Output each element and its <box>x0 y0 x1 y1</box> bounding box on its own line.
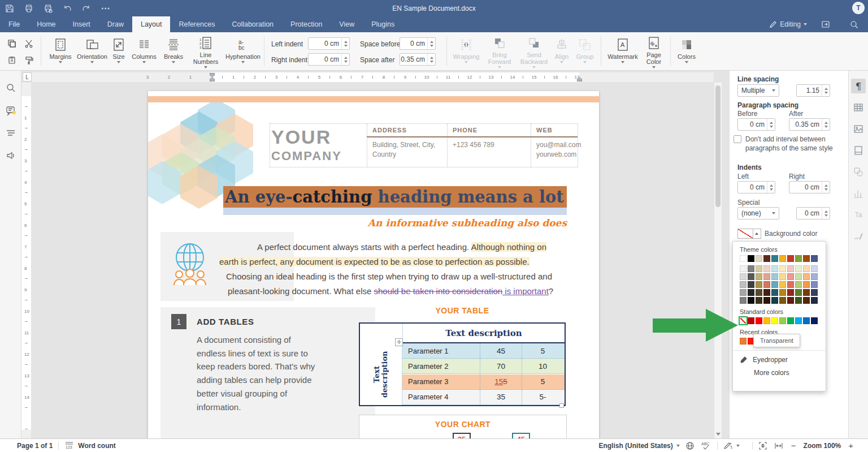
toolbar-button-size[interactable]: Size <box>107 36 130 68</box>
toolbar-button-hyphenation[interactable]: a-bcHyphenation <box>223 36 263 68</box>
toolbar-button-page-color[interactable]: Page Color <box>639 36 669 68</box>
toolbar-button-breaks[interactable]: Breaks <box>159 36 188 68</box>
tint-color-swatch[interactable] <box>811 281 818 288</box>
tint-color-swatch[interactable] <box>763 289 770 296</box>
tint-color-swatch[interactable] <box>787 289 794 296</box>
fit-width-icon[interactable] <box>774 442 783 450</box>
undo-button[interactable] <box>58 0 77 16</box>
paste-button[interactable] <box>5 53 19 67</box>
tab-stop-selector[interactable]: L <box>23 72 32 81</box>
tint-color-swatch[interactable] <box>771 289 778 296</box>
field-space-after[interactable]: 0.35 cm <box>400 53 436 66</box>
tint-color-swatch[interactable] <box>803 273 810 280</box>
zoom-out-button[interactable]: − <box>791 441 796 450</box>
tint-color-swatch[interactable] <box>756 297 762 304</box>
table-row[interactable]: Parameter 27010 <box>402 359 565 374</box>
line-spacing-select[interactable]: Multiple <box>737 84 779 97</box>
scrollbar-thumb[interactable] <box>715 85 721 207</box>
standard-color-swatch-selected[interactable] <box>740 317 747 324</box>
standard-color-swatch[interactable] <box>803 317 810 324</box>
tint-color-swatch[interactable] <box>787 281 794 288</box>
tab-plugins[interactable]: Plugins <box>363 16 403 32</box>
tint-color-swatch[interactable] <box>740 265 747 272</box>
table-move-handle[interactable]: ✛ <box>395 338 403 346</box>
horizontal-ruler[interactable]: 1234567891011121314151617321 <box>32 72 714 82</box>
spacing-after-input[interactable]: 0.35 cm <box>789 118 830 131</box>
standard-color-swatch[interactable] <box>811 317 818 324</box>
table-settings-icon[interactable] <box>851 100 866 115</box>
tint-color-swatch[interactable] <box>811 297 818 304</box>
tint-color-swatch[interactable] <box>779 289 786 296</box>
tint-color-swatch[interactable] <box>771 265 778 272</box>
field-left-indent[interactable]: 0 cm <box>308 37 350 50</box>
tint-color-swatch[interactable] <box>756 281 762 288</box>
background-color-dropdown-button[interactable] <box>753 229 761 239</box>
redo-button[interactable] <box>77 0 96 16</box>
tint-color-swatch[interactable] <box>795 297 802 304</box>
document-canvas[interactable]: YOUR COMPANY ADDRESS PHONE WEB Building,… <box>21 83 729 438</box>
standard-color-swatch[interactable] <box>771 317 778 324</box>
tint-color-swatch[interactable] <box>803 289 810 296</box>
table-row[interactable]: Parameter 1455 <box>402 343 565 359</box>
tab-references[interactable]: References <box>170 16 223 32</box>
tint-color-swatch[interactable] <box>811 265 818 272</box>
same-style-interval-checkbox[interactable] <box>734 135 741 143</box>
tint-color-swatch[interactable] <box>748 281 754 288</box>
theme-color-swatch[interactable] <box>763 255 770 262</box>
set-language-icon[interactable] <box>685 441 695 450</box>
background-color-swatch[interactable] <box>737 229 753 239</box>
tint-color-swatch[interactable] <box>779 273 786 280</box>
theme-color-swatch[interactable] <box>748 255 754 262</box>
tint-color-swatch[interactable] <box>795 273 802 280</box>
tint-color-swatch[interactable] <box>795 289 802 296</box>
tab-collaboration[interactable]: Collaboration <box>223 16 282 32</box>
word-count-label[interactable]: Word count <box>78 442 115 450</box>
tint-color-swatch[interactable] <box>787 273 794 280</box>
tint-color-swatch[interactable] <box>748 289 754 296</box>
track-changes-icon[interactable] <box>723 441 734 450</box>
tint-color-swatch[interactable] <box>811 289 818 296</box>
tint-color-swatch[interactable] <box>763 265 770 272</box>
tint-color-swatch[interactable] <box>795 281 802 288</box>
tint-color-swatch[interactable] <box>779 297 786 304</box>
standard-color-swatch[interactable] <box>756 317 762 324</box>
recent-color-swatch[interactable] <box>740 338 747 345</box>
spacing-before-input[interactable]: 0 cm <box>737 118 775 131</box>
spinner-arrows[interactable] <box>427 38 435 49</box>
tint-color-swatch[interactable] <box>771 273 778 280</box>
indent-left-input[interactable]: 0 cm <box>737 181 775 193</box>
paragraph-settings-icon[interactable]: ¶ <box>851 79 866 93</box>
tab-layout[interactable]: Layout <box>132 16 171 32</box>
toolbar-button-watermark[interactable]: AWatermark <box>606 36 639 68</box>
shape-settings-icon[interactable] <box>851 165 866 179</box>
tint-color-swatch[interactable] <box>771 297 778 304</box>
toolbar-button-send-backward[interactable]: Send Backward <box>517 36 551 68</box>
cut-button[interactable] <box>21 36 36 51</box>
tint-color-swatch[interactable] <box>803 281 810 288</box>
spinner-arrows[interactable] <box>341 38 349 49</box>
toolbar-button-wrapping[interactable]: Wrapping <box>450 36 482 68</box>
chart-settings-icon[interactable] <box>851 186 866 201</box>
tint-color-swatch[interactable] <box>787 265 794 272</box>
toolbar-button-orientation[interactable]: Orientation <box>76 36 108 68</box>
find-icon[interactable] <box>4 81 18 94</box>
tint-color-swatch[interactable] <box>771 281 778 288</box>
special-amount-input[interactable]: 0 cm <box>796 207 830 219</box>
table-row[interactable]: Parameter 4355- <box>402 390 565 405</box>
eyedropper-button[interactable]: Eyedropper <box>740 356 819 364</box>
tint-color-swatch[interactable] <box>787 297 794 304</box>
save-button[interactable] <box>0 0 19 16</box>
vertical-ruler[interactable]: 1234567891011121314 <box>21 83 31 438</box>
theme-color-swatch[interactable] <box>811 255 818 262</box>
toolbar-button-align[interactable]: Align <box>550 36 574 68</box>
text-art-settings-icon[interactable]: Ta <box>851 208 866 222</box>
copy-button[interactable] <box>5 36 19 51</box>
tab-draw[interactable]: Draw <box>99 16 132 32</box>
quick-print-button[interactable] <box>38 0 58 16</box>
toolbar-button-line-numbers[interactable]: 123Line Numbers <box>188 36 224 68</box>
tint-color-swatch[interactable] <box>795 265 802 272</box>
theme-color-swatch[interactable] <box>779 255 786 262</box>
toolbar-button-group[interactable]: Group <box>572 36 597 68</box>
tint-color-swatch[interactable] <box>803 297 810 304</box>
word-count-icon[interactable]: 123 <box>64 441 74 450</box>
